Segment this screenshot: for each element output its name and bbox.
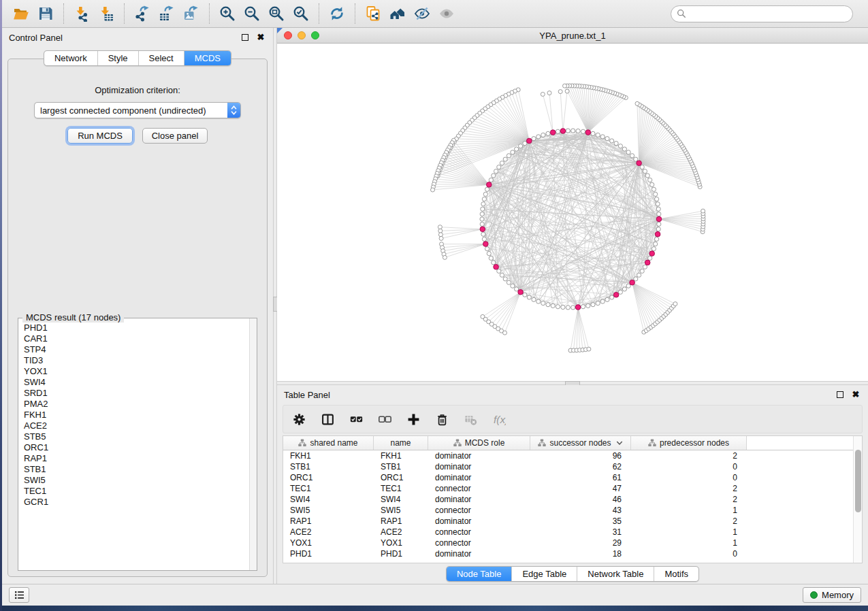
hide-details-button[interactable] [412, 3, 432, 24]
minimize-window-button[interactable] [298, 31, 306, 39]
table-tab-node-table[interactable]: Node Table [447, 567, 512, 581]
mcds-result-item[interactable]: SWI5 [24, 475, 248, 486]
cell-predecessor_nodes: 1 [631, 506, 747, 515]
open-file-button[interactable] [11, 3, 31, 24]
cell-shared_name: SWI5 [283, 506, 374, 515]
criterion-dropdown[interactable]: largest connected component (undirected) [34, 102, 241, 118]
mcds-result-item[interactable]: TEC1 [24, 486, 248, 497]
column-header-mcds_role[interactable]: MCDS role [428, 436, 530, 450]
task-history-button[interactable] [9, 587, 29, 603]
column-header-name[interactable]: name [374, 436, 428, 450]
table-row-STB1[interactable]: STB1STB1dominator620 [283, 461, 853, 472]
mcds-result-item[interactable]: SWI4 [24, 377, 248, 388]
table-settings-button[interactable] [291, 412, 306, 427]
save-session-button[interactable] [35, 3, 56, 24]
mcds-result-item[interactable]: STB5 [24, 431, 248, 442]
cell-predecessor_nodes: 0 [631, 549, 747, 559]
cell-mcds_role: dominator [428, 516, 530, 526]
zoom-fit-button[interactable] [266, 3, 287, 24]
close-panel-button[interactable]: ✖ [255, 32, 266, 43]
mcds-result-item[interactable]: YOX1 [24, 366, 248, 377]
cell-successor_nodes: 96 [530, 451, 631, 461]
table-scrollbar-thumb[interactable] [855, 450, 861, 512]
select-all-button[interactable] [349, 412, 364, 427]
main-toolbar [2, 0, 868, 28]
svg-text:f(x): f(x) [494, 413, 506, 425]
table-row-SWI5[interactable]: SWI5SWI5connector431 [283, 505, 853, 516]
tab-network[interactable]: Network [44, 51, 97, 65]
result-list-scrollbar[interactable] [249, 318, 257, 570]
zoom-in-button[interactable] [217, 3, 238, 24]
cell-name: YOX1 [374, 538, 428, 548]
float-table-panel-button[interactable] [835, 389, 846, 400]
close-window-button[interactable] [284, 31, 292, 39]
table-row-PHD1[interactable]: PHD1PHD1dominator180 [283, 548, 853, 559]
network-canvas[interactable] [277, 44, 868, 381]
import-table-button[interactable] [96, 3, 116, 24]
export-network-icon [134, 5, 150, 22]
network-overview-button[interactable] [387, 3, 408, 24]
table-row-ACE2[interactable]: ACE2ACE2connector311 [283, 527, 853, 538]
mcds-result-item[interactable]: CAR1 [24, 333, 248, 344]
cell-mcds_role: connector [428, 484, 530, 493]
refresh-view-icon [329, 5, 345, 22]
tab-mcds[interactable]: MCDS [184, 51, 231, 65]
zoom-out-button[interactable] [242, 3, 262, 24]
mcds-result-item[interactable]: STP4 [24, 344, 248, 355]
refresh-view-button[interactable] [327, 3, 347, 24]
table-row-ORC1[interactable]: ORC1ORC1dominator610 [283, 472, 853, 483]
export-image-button[interactable] [181, 3, 202, 24]
export-network-button[interactable] [132, 3, 152, 24]
delete-columns-button[interactable] [434, 412, 449, 427]
close-panel-action-button[interactable]: Close panel [142, 128, 208, 144]
table-row-RAP1[interactable]: RAP1RAP1dominator352 [283, 516, 853, 527]
show-details-button[interactable] [436, 3, 457, 24]
float-panel-button[interactable] [240, 32, 251, 43]
mcds-result-item[interactable]: ACE2 [24, 420, 248, 431]
cell-mcds_role: connector [428, 527, 530, 537]
table-row-YOX1[interactable]: YOX1YOX1connector291 [283, 538, 853, 548]
search-input[interactable] [671, 5, 853, 22]
mcds-result-item[interactable]: PMA2 [24, 399, 248, 410]
maximize-window-button[interactable] [311, 31, 319, 39]
table-tab-edge-table[interactable]: Edge Table [511, 567, 577, 581]
mcds-result-item[interactable]: RAP1 [24, 453, 248, 464]
import-table-icon [98, 5, 114, 22]
network-window-title: YPA_prune.txt_1 [277, 31, 868, 41]
mcds-result-item[interactable]: ORC1 [24, 442, 248, 453]
table-row-TEC1[interactable]: TEC1TEC1connector472 [283, 483, 853, 494]
tab-style[interactable]: Style [97, 51, 138, 65]
tab-select[interactable]: Select [138, 51, 184, 65]
clone-network-button[interactable] [363, 3, 383, 24]
mcds-result-item[interactable]: GCR1 [24, 497, 248, 508]
show-columns-button[interactable] [320, 412, 335, 427]
cell-successor_nodes: 31 [530, 527, 631, 537]
column-header-successor_nodes[interactable]: successor nodes [530, 436, 631, 450]
cell-predecessor_nodes: 2 [631, 516, 747, 526]
table-panel-header: Table Panel ✖ [277, 385, 868, 403]
cell-shared_name: ORC1 [283, 473, 374, 482]
deselect-all-button[interactable] [377, 412, 392, 427]
export-table-button[interactable] [157, 3, 177, 24]
column-header-shared_name[interactable]: shared name [283, 436, 374, 450]
show-details-icon [438, 5, 455, 22]
mcds-result-item[interactable]: TID3 [24, 355, 248, 366]
table-row-FKH1[interactable]: FKH1FKH1dominator962 [283, 450, 853, 461]
mcds-result-item[interactable]: PHD1 [24, 323, 248, 333]
cell-name: FKH1 [374, 451, 428, 461]
run-mcds-button[interactable]: Run MCDS [67, 128, 133, 144]
column-header-predecessor_nodes[interactable]: predecessor nodes [631, 436, 747, 450]
mcds-result-item[interactable]: SRD1 [24, 388, 248, 399]
add-column-button[interactable] [406, 412, 421, 427]
table-scrollbar[interactable] [853, 436, 862, 563]
close-table-panel-button[interactable]: ✖ [850, 389, 861, 400]
cell-successor_nodes: 29 [530, 538, 631, 548]
mcds-result-item[interactable]: STB1 [24, 464, 248, 475]
import-network-button[interactable] [71, 3, 92, 24]
table-row-SWI4[interactable]: SWI4SWI4dominator462 [283, 494, 853, 505]
mcds-result-item[interactable]: FKH1 [24, 410, 248, 420]
zoom-selected-button[interactable] [291, 3, 311, 24]
memory-button[interactable]: Memory [803, 587, 861, 603]
table-tab-network-table[interactable]: Network Table [577, 567, 654, 581]
table-tab-motifs[interactable]: Motifs [654, 567, 698, 581]
